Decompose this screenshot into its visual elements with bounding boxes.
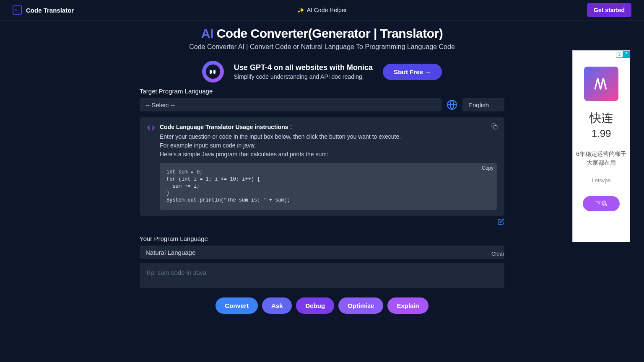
edit-icon[interactable] — [498, 218, 504, 225]
start-free-button[interactable]: Start Free → — [383, 64, 442, 80]
action-buttons: Convert Ask Debug Optimize Explain — [140, 297, 504, 314]
title-rest: Code Converter(Generator | Translator) — [213, 26, 443, 40]
promo-banner: Use GPT-4 on all websites with Monica Si… — [140, 61, 504, 83]
code-example: Copyint sum = 0; for (int i = 1; i <= 10… — [160, 163, 497, 210]
target-select-row: -- Select -- English — [140, 98, 504, 111]
target-lang-label: Target Program Language — [140, 88, 504, 95]
hero: AI Code Converter(Generator | Translator… — [0, 21, 644, 54]
input-wrap: Clear — [140, 259, 504, 290]
copy-icon[interactable] — [491, 123, 498, 129]
instructions-line1: Enter your question or code in the input… — [160, 132, 497, 141]
edit-row — [140, 218, 504, 225]
ad-brand: Letsvpn — [592, 177, 611, 184]
instructions-line2: For example input: sum code in java; — [160, 141, 497, 150]
helper-text: AI Code Helper — [307, 7, 347, 13]
ad-title: 快连 — [589, 110, 613, 126]
convert-button[interactable]: Convert — [216, 297, 258, 314]
your-lang-section: Your Program Language Natural Language C… — [140, 235, 504, 290]
ad-price: 1.99 — [592, 128, 611, 140]
ad-info-icon[interactable]: ⓘ — [616, 51, 623, 58]
promo-title: Use GPT-4 on all websites with Monica — [234, 63, 373, 72]
ad-description: 6年稳定运营的梯子 大家都在用 — [576, 150, 626, 167]
ad-close-icon[interactable]: ✕ — [623, 51, 630, 58]
target-lang-select[interactable]: -- Select -- — [140, 98, 441, 111]
optimize-button[interactable]: Optimize — [338, 297, 383, 314]
ui-lang-select[interactable]: English — [462, 98, 504, 111]
instructions-colon: : — [288, 123, 292, 130]
page-subtitle: Code Converter AI | Convert Code or Natu… — [0, 43, 644, 51]
globe-icon — [447, 99, 457, 110]
code-icon — [147, 124, 155, 132]
instructions-line3: Here's a simple Java program that calcul… — [160, 150, 497, 159]
main-container: Target Program Language -- Select -- Eng… — [140, 88, 504, 314]
promo-subtitle: Simplify code understanding and API doc … — [234, 73, 373, 80]
your-lang-label: Your Program Language — [140, 235, 504, 242]
code-copy-button[interactable]: Copy — [482, 165, 493, 172]
logo-text: Code Translator — [26, 7, 74, 14]
ask-button[interactable]: Ask — [262, 297, 292, 314]
logo-group[interactable]: >_ Code Translator — [13, 5, 74, 15]
your-lang-select[interactable]: Natural Language — [140, 246, 504, 259]
ad-download-button[interactable]: 下载 — [583, 196, 620, 211]
explain-button[interactable]: Explain — [387, 297, 428, 314]
promo-text: Use GPT-4 on all websites with Monica Si… — [234, 63, 373, 80]
clear-button[interactable]: Clear — [491, 251, 504, 257]
ad-header: ⓘ ✕ — [616, 51, 630, 58]
get-started-button[interactable]: Get started — [587, 3, 631, 17]
ad-panel: ⓘ ✕ 快连 1.99 6年稳定运营的梯子 大家都在用 Letsvpn 下载 — [572, 50, 630, 242]
svg-rect-2 — [494, 126, 497, 129]
title-ai: AI — [201, 26, 213, 40]
sparkle-icon: ✨ — [297, 7, 304, 13]
page-title: AI Code Converter(Generator | Translator… — [0, 26, 644, 41]
instructions-title: Code Language Translator Usage instructi… — [160, 124, 288, 130]
ad-logo-icon — [584, 67, 618, 101]
header-center[interactable]: ✨ AI Code Helper — [297, 7, 347, 13]
header: >_ Code Translator ✨ AI Code Helper Get … — [0, 0, 644, 21]
code-input[interactable] — [140, 263, 504, 288]
code-content: int sum = 0; for (int i = 1; i <= 10; i+… — [166, 169, 290, 203]
monica-icon — [202, 61, 224, 83]
debug-button[interactable]: Debug — [296, 297, 334, 314]
instructions-box: Code Language Translator Usage instructi… — [140, 117, 504, 216]
terminal-icon: >_ — [13, 5, 22, 15]
